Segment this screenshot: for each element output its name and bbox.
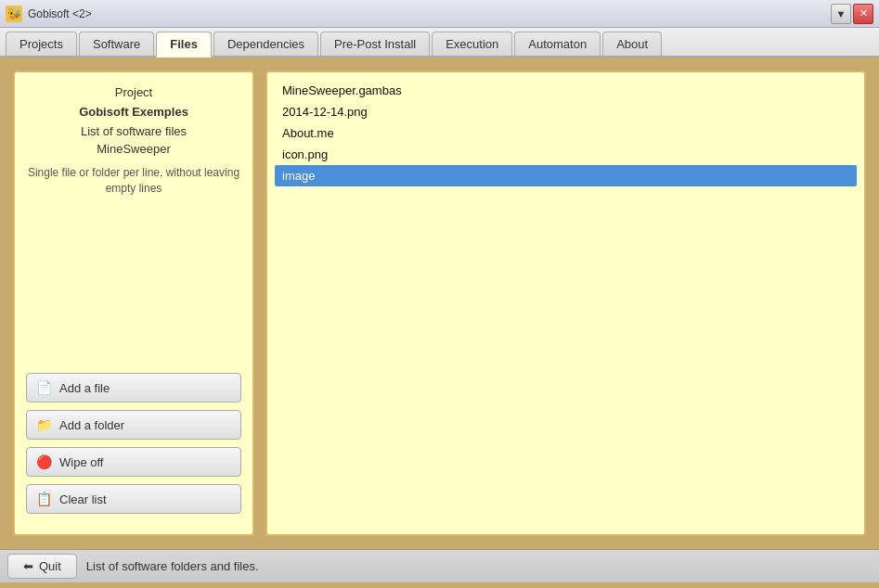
tab-automaton[interactable]: Automaton [514,32,601,56]
add-folder-icon: 📁 [36,417,52,432]
wipe-off-label: Wipe off [59,455,231,469]
add-folder-button[interactable]: 📁 Add a folder [26,410,241,440]
titlebar-left: 🐝 Gobisoft <2> [6,6,92,22]
quit-arrow-icon: ⬅ [23,559,33,573]
wipe-off-button[interactable]: 🔴 Wipe off [26,447,241,477]
section-title: Project [26,85,241,99]
list-item[interactable]: icon.png [275,144,857,165]
app-logo-icon: 🐝 [6,6,22,22]
statusbar: ⬅ Quit List of software folders and file… [0,549,879,582]
clear-list-button[interactable]: 📋 Clear list [26,484,241,514]
add-folder-label: Add a folder [59,418,231,432]
quit-button[interactable]: ⬅ Quit [7,554,77,579]
project-name: Gobisoft Exemples [26,105,241,119]
list-item[interactable]: About.me [275,122,857,144]
tab-software[interactable]: Software [79,32,154,56]
clear-list-label: Clear list [59,492,231,506]
add-file-label: Add a file [59,381,231,395]
wipe-off-icon: 🔴 [36,454,52,469]
clear-list-icon: 📋 [36,492,52,506]
list-label: List of software files [26,124,241,138]
titlebar: 🐝 Gobisoft <2> ▼ ✕ [0,0,879,28]
tab-projects[interactable]: Projects [6,32,77,56]
main-content: Project Gobisoft Exemples List of softwa… [0,58,879,549]
quit-label: Quit [39,559,61,573]
file-list-panel[interactable]: MineSweeper.gambas 2014-12-14.png About.… [265,70,866,536]
list-item[interactable]: 2014-12-14.png [275,101,857,122]
left-panel: Project Gobisoft Exemples List of softwa… [13,70,254,536]
tab-dependencies[interactable]: Dependencies [213,32,318,56]
list-item-selected[interactable]: image [275,165,857,186]
close-button[interactable]: ✕ [853,4,873,24]
tab-files[interactable]: Files [156,32,212,58]
status-text: List of software folders and files. [86,559,259,573]
tab-about[interactable]: About [602,32,662,56]
window-title: Gobisoft <2> [28,7,92,20]
software-name: MineSweeper [26,142,241,156]
add-file-button[interactable]: 📄 Add a file [26,373,241,403]
tab-pre-post[interactable]: Pre-Post Install [320,32,430,56]
hint-text: Single file or folder per line, without … [26,165,241,197]
tab-execution[interactable]: Execution [432,32,512,56]
dropdown-button[interactable]: ▼ [831,4,851,24]
list-item[interactable]: MineSweeper.gambas [275,80,857,101]
add-file-icon: 📄 [36,380,52,395]
titlebar-controls: ▼ ✕ [831,4,873,24]
tabbar: Projects Software Files Dependencies Pre… [0,28,879,58]
